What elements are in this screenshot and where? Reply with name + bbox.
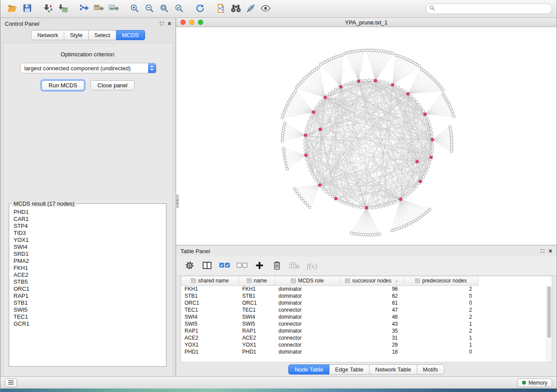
table-row[interactable]: SWI4SWI4dominator462: [181, 313, 552, 320]
table-row[interactable]: PHD1PHD1dominator180: [181, 348, 552, 355]
table-row[interactable]: ORC1ORC1dominator610: [181, 299, 552, 306]
run-mcds-button[interactable]: Run MCDS: [42, 80, 84, 90]
deselect-all-button[interactable]: [235, 260, 249, 273]
tab-select[interactable]: Select: [89, 30, 116, 40]
find-button[interactable]: [228, 2, 243, 16]
float-panel-icon[interactable]: [160, 22, 163, 25]
apply-layout-button[interactable]: [193, 2, 208, 16]
network-window-titlebar[interactable]: YPA_prune.txt_1: [176, 18, 557, 27]
mcds-result-node[interactable]: GCR1: [14, 320, 162, 327]
tab-style[interactable]: Style: [64, 30, 89, 40]
table-row[interactable]: STB1STB1dominator620: [181, 292, 552, 299]
select-all-button[interactable]: [218, 260, 231, 273]
open-session-button[interactable]: [5, 2, 20, 16]
column-header-predecessor-nodes[interactable]: predecessor nodes: [404, 276, 478, 285]
column-header-successor-nodes[interactable]: successor nodes: [340, 276, 404, 285]
dropdown-stepper-icon: [148, 63, 156, 73]
mcds-result-node[interactable]: ORC1: [14, 285, 162, 292]
table-tab-network-table[interactable]: Network Table: [370, 364, 417, 375]
application-window: Control Panel × NetworkStyleSelectMCDS O…: [0, 0, 557, 392]
mcds-result-node[interactable]: STP4: [14, 223, 162, 230]
mcds-result-node[interactable]: PMA2: [14, 258, 162, 265]
tab-mcds[interactable]: MCDS: [116, 30, 145, 40]
column-header-MCDS-role[interactable]: MCDS role: [275, 276, 340, 285]
float-table-panel-icon[interactable]: [541, 249, 544, 253]
toolbar-search[interactable]: [426, 3, 552, 14]
close-panel-icon[interactable]: ×: [168, 21, 171, 27]
status-menu-button[interactable]: [5, 378, 17, 387]
show-columns-button[interactable]: [201, 260, 214, 273]
table-row[interactable]: FKH1FKH1dominator962: [181, 285, 552, 292]
node-table-container: shared namenameMCDS rolesuccessor nodesp…: [180, 276, 552, 362]
column-header-name[interactable]: name: [239, 276, 275, 285]
mcds-result-node[interactable]: SWI4: [14, 244, 162, 251]
table-panel: Table Panel × f(x) sha: [176, 245, 557, 376]
save-session-button[interactable]: [20, 2, 35, 16]
table-toolbar: f(x): [176, 257, 557, 276]
hide-annotations-button[interactable]: [243, 2, 258, 16]
mcds-result-node[interactable]: CAR1: [14, 216, 162, 223]
columns-icon: [202, 261, 212, 271]
table-tab-edge-table[interactable]: Edge Table: [329, 364, 370, 375]
mcds-result-node[interactable]: ACE2: [14, 272, 162, 279]
mcds-result-node[interactable]: SWI5: [14, 306, 162, 313]
close-panel-button[interactable]: Close panel: [90, 80, 135, 90]
table-row[interactable]: SWI5SWI5connector431: [181, 320, 552, 327]
floppy-disk-icon: [23, 3, 32, 14]
delete-table-button[interactable]: [288, 260, 301, 273]
delete-column-button[interactable]: [270, 260, 284, 273]
table-scrollbar-thumb[interactable]: [547, 286, 551, 338]
graphics-details-button[interactable]: [258, 2, 273, 16]
function-builder-button[interactable]: f(x): [305, 260, 318, 273]
zoom-out-button[interactable]: [142, 2, 157, 16]
mcds-result-list: PHD1CAR1STP4TID3YOX1SWI4SRD1PMA2FKH1ACE2…: [10, 208, 165, 365]
export-image-button[interactable]: [106, 2, 121, 16]
export-web-button[interactable]: [214, 2, 228, 16]
mcds-result-title: MCDS result (17 nodes): [12, 200, 76, 207]
mcds-result-node[interactable]: FKH1: [14, 265, 162, 272]
export-network-button[interactable]: [76, 2, 91, 16]
eye-icon: [260, 4, 271, 14]
tab-network[interactable]: Network: [31, 30, 64, 40]
table-row[interactable]: TEC1TEC1connector472: [181, 306, 552, 313]
table-tab-node-table[interactable]: Node Table: [288, 364, 329, 375]
mcds-result-node[interactable]: STB5: [14, 279, 162, 285]
table-settings-button[interactable]: [183, 260, 196, 273]
unchecked-boxes-icon: [236, 261, 248, 271]
panel-divider-handle[interactable]: ◂▸: [176, 195, 179, 208]
network-window-title: YPA_prune.txt_1: [176, 19, 557, 26]
trash-icon: [273, 261, 281, 272]
criterion-select[interactable]: largest connected component (undirected): [20, 63, 156, 73]
mcds-result-node[interactable]: TID3: [14, 230, 162, 237]
control-panel-tabs: NetworkStyleSelectMCDS: [0, 30, 176, 40]
add-column-button[interactable]: [253, 260, 266, 273]
table-row[interactable]: ACE2ACE2connector311: [181, 334, 552, 341]
table-row[interactable]: YOX1YOX1connector291: [181, 341, 552, 348]
memory-button[interactable]: Memory: [517, 378, 552, 387]
export-table-button[interactable]: [91, 2, 106, 16]
network-view[interactable]: [176, 27, 557, 245]
table-tab-motifs[interactable]: Motifs: [417, 364, 444, 375]
table-row[interactable]: RAP1RAP1dominator352: [181, 327, 552, 334]
import-table-icon: [58, 3, 68, 14]
zoom-selected-button[interactable]: [172, 2, 187, 16]
import-table-button[interactable]: [55, 2, 70, 16]
zoom-in-button[interactable]: [127, 2, 142, 16]
mcds-result-node[interactable]: PHD1: [14, 209, 162, 216]
close-table-panel-icon[interactable]: ×: [549, 248, 552, 254]
table-scrollbar[interactable]: [546, 285, 552, 362]
import-network-button[interactable]: [41, 2, 55, 16]
zoom-fit-button[interactable]: [157, 2, 172, 16]
mcds-result-node[interactable]: TEC1: [14, 313, 162, 320]
criterion-selected-value: largest connected component (undirected): [21, 65, 148, 72]
mcds-result-node[interactable]: YOX1: [14, 237, 162, 244]
column-header-shared-name[interactable]: shared name: [181, 276, 239, 285]
network-window: YPA_prune.txt_1: [176, 18, 557, 245]
mcds-result-node[interactable]: SRD1: [14, 251, 162, 258]
node-table-body: FKH1FKH1dominator962STB1STB1dominator620…: [181, 285, 552, 355]
zoom-fit-icon: [159, 3, 169, 14]
mcds-result-node[interactable]: STB1: [14, 299, 162, 306]
import-network-icon: [43, 3, 53, 14]
mcds-result-node[interactable]: RAP1: [14, 292, 162, 299]
search-input[interactable]: [438, 6, 548, 12]
